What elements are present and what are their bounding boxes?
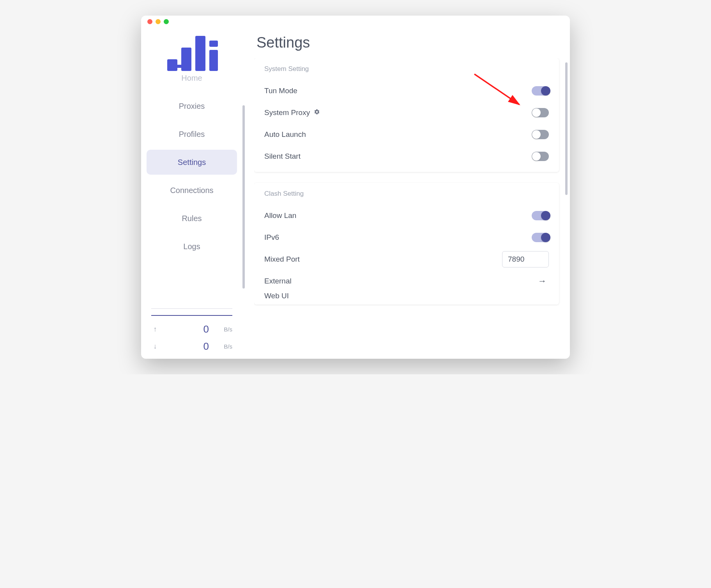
row-web-ui: Web UI <box>264 292 549 300</box>
sidebar-item-label: Profiles <box>179 130 205 139</box>
divider-accent <box>151 315 232 316</box>
system-setting-card: System Setting Tun Mode System Proxy <box>254 58 559 172</box>
traffic-up-value: 0 <box>165 323 210 335</box>
sidebar-item-home[interactable]: Home <box>147 71 237 90</box>
row-label: IPv6 <box>264 233 279 242</box>
main-scrollbar-thumb[interactable] <box>565 62 568 195</box>
row-label: Silent Start <box>264 152 301 161</box>
row-external: External → <box>264 270 549 292</box>
window-titlebar <box>141 16 570 27</box>
svg-rect-2 <box>195 36 205 71</box>
traffic-down-unit: B/s <box>217 343 232 350</box>
sidebar-item-settings[interactable]: Settings <box>147 150 237 175</box>
sidebar: Home Proxies Profiles Settings Connectio… <box>141 27 242 359</box>
sidebar-item-rules[interactable]: Rules <box>147 206 237 231</box>
row-mixed-port: Mixed Port <box>264 248 549 270</box>
traffic-down-row: ↓ 0 B/s <box>151 338 232 355</box>
sidebar-item-label: Logs <box>183 242 200 251</box>
divider <box>151 308 232 309</box>
traffic-up-row: ↑ 0 B/s <box>151 321 232 338</box>
sidebar-nav: Home Proxies Profiles Settings Connectio… <box>147 71 237 307</box>
row-allow-lan: Allow Lan <box>264 205 549 227</box>
row-label: Web UI <box>264 292 289 300</box>
clash-setting-card: Clash Setting Allow Lan IPv6 Mixed Port <box>254 183 559 305</box>
arrow-down-icon: ↓ <box>151 342 159 351</box>
toggle-system-proxy[interactable] <box>532 108 549 117</box>
row-label: Mixed Port <box>264 255 300 264</box>
toggle-silent-start[interactable] <box>532 152 549 161</box>
mixed-port-input[interactable] <box>502 251 549 267</box>
sidebar-item-logs[interactable]: Logs <box>147 234 237 259</box>
svg-rect-3 <box>209 41 218 47</box>
sidebar-item-connections[interactable]: Connections <box>147 178 237 203</box>
sidebar-item-label: Proxies <box>179 102 205 111</box>
maximize-window-button[interactable] <box>164 19 169 24</box>
close-window-button[interactable] <box>147 19 152 24</box>
arrow-right-icon[interactable]: → <box>536 275 549 288</box>
row-label: System Proxy <box>264 108 320 117</box>
row-label: Tun Mode <box>264 87 297 95</box>
sidebar-item-profiles[interactable]: Profiles <box>147 122 237 147</box>
traffic-down-value: 0 <box>165 340 210 352</box>
row-auto-launch: Auto Launch <box>264 124 549 145</box>
row-tun-mode: Tun Mode <box>264 80 549 102</box>
row-label: Auto Launch <box>264 130 306 139</box>
row-label: Allow Lan <box>264 211 296 220</box>
arrow-up-icon: ↑ <box>151 325 159 333</box>
row-ipv6: IPv6 <box>264 227 549 248</box>
sidebar-item-label: Home <box>181 74 202 83</box>
svg-rect-5 <box>175 65 184 68</box>
toggle-tun-mode[interactable] <box>532 86 549 96</box>
settings-cards: System Setting Tun Mode System Proxy <box>254 58 561 359</box>
main-content: Settings System Setting Tun Mode System … <box>245 27 570 359</box>
sidebar-item-proxies[interactable]: Proxies <box>147 94 237 119</box>
svg-rect-4 <box>209 50 218 71</box>
row-label-text: System Proxy <box>264 108 310 117</box>
sidebar-item-label: Connections <box>170 186 213 195</box>
toggle-ipv6[interactable] <box>532 233 549 242</box>
row-silent-start: Silent Start <box>264 145 549 167</box>
card-title: System Setting <box>264 65 549 73</box>
toggle-auto-launch[interactable] <box>532 130 549 139</box>
gear-icon[interactable] <box>314 108 320 117</box>
sidebar-item-label: Settings <box>178 158 206 167</box>
row-label: External <box>264 277 292 285</box>
row-system-proxy: System Proxy <box>264 102 549 124</box>
minimize-window-button[interactable] <box>156 19 161 24</box>
traffic-up-unit: B/s <box>217 326 232 333</box>
sidebar-item-label: Rules <box>182 214 202 223</box>
card-title: Clash Setting <box>264 190 549 198</box>
page-title: Settings <box>256 34 561 51</box>
sidebar-footer: ↑ 0 B/s ↓ 0 B/s <box>147 307 237 359</box>
app-body: Home Proxies Profiles Settings Connectio… <box>141 27 570 359</box>
app-window: Home Proxies Profiles Settings Connectio… <box>141 16 570 359</box>
toggle-allow-lan[interactable] <box>532 211 549 220</box>
